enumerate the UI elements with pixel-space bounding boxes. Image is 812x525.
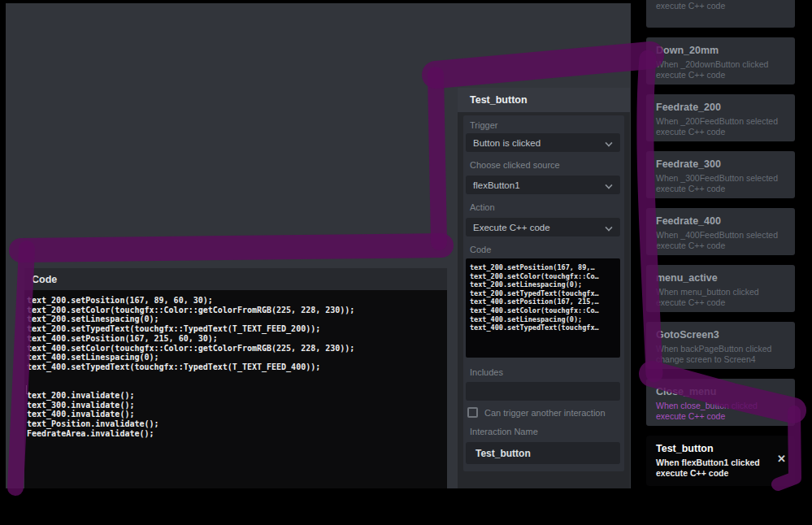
interaction-card-testbutton[interactable]: Test_button When flexButton1 clicked exe… — [646, 436, 795, 486]
dialog-title: Test_button — [458, 94, 528, 106]
interaction-card-up20mm[interactable]: When _20upButton clicked execute C++ cod… — [646, 0, 795, 28]
interactions-sidebar: When _20upButton clicked execute C++ cod… — [646, 0, 795, 525]
trigger-another-label: Can trigger another interaction — [484, 408, 606, 418]
interaction-name-input[interactable]: Test_button — [466, 442, 620, 464]
trigger-another-row: Can trigger another interaction — [467, 406, 620, 419]
card-title: menu_active — [656, 272, 785, 284]
interaction-card-feedrate400[interactable]: Feedrate_400 When _400FeedButton selecte… — [646, 208, 795, 255]
interaction-card-menuactive[interactable]: menu_active When menu_button clicked exe… — [646, 265, 795, 312]
text-caret — [26, 385, 27, 394]
dialog-titlebar: Test_button — [458, 88, 630, 112]
chevron-down-icon — [606, 140, 611, 145]
card-trigger-line: When _200FeedButton selected — [656, 116, 785, 127]
card-title: Test_button — [656, 443, 785, 455]
card-trigger-line: When _400FeedButton selected — [656, 230, 785, 241]
interaction-card-closemenu[interactable]: Close_menu When close_button clicked exe… — [646, 379, 795, 426]
code-label: Code — [470, 245, 620, 254]
interaction-editor-dialog: Test_button Trigger Button is clicked Ch… — [458, 88, 630, 488]
code-editor-body[interactable]: text_200.setPosition(167, 89, 60, 30); t… — [24, 290, 447, 488]
chevron-down-icon — [606, 182, 611, 188]
includes-input[interactable] — [466, 382, 620, 401]
interaction-card-down20mm[interactable]: Down_20mm When _20downButton clicked exe… — [646, 37, 795, 85]
code-editor-panel: Code text_200.setPosition(167, 89, 60, 3… — [24, 268, 447, 488]
card-action-line: execute C++ code — [656, 70, 785, 80]
trigger-value: Button is clicked — [466, 138, 541, 148]
card-trigger-line: When _20downButton clicked — [656, 59, 785, 70]
card-title: Close_menu — [656, 386, 785, 398]
card-action-line: execute C++ code — [656, 184, 785, 194]
dialog-form: Trigger Button is clicked Choose clicked… — [463, 115, 624, 471]
card-action-line: execute C++ code — [656, 127, 785, 137]
interaction-name-label: Interaction Name — [470, 427, 620, 436]
card-title: Feedrate_400 — [656, 215, 785, 228]
card-trigger-line: When backPageButton clicked — [656, 344, 785, 354]
interaction-card-feedrate300[interactable]: Feedrate_300 When _300FeedButton selecte… — [646, 151, 795, 198]
card-action-line: execute C++ code — [656, 297, 785, 308]
interaction-card-feedrate200[interactable]: Feedrate_200 When _200FeedButton selecte… — [646, 94, 795, 141]
chevron-down-icon — [606, 224, 611, 230]
card-action-line: execute C++ code — [656, 241, 785, 251]
code-panel-header: Code — [24, 268, 447, 290]
card-title: Feedrate_300 — [656, 158, 785, 171]
interaction-card-gotoscreen3[interactable]: GotoScreen3 When backPageButton clicked … — [646, 322, 795, 369]
trigger-label: Trigger — [470, 120, 620, 130]
card-action-line: execute C++ code — [656, 411, 785, 422]
code-textarea[interactable]: text_200.setPosition(167, 89,… text_200.… — [466, 258, 620, 358]
action-dropdown[interactable]: Execute C++ code — [466, 218, 620, 236]
card-trigger-line: When _300FeedButton selected — [656, 173, 785, 184]
trigger-dropdown[interactable]: Button is clicked — [466, 133, 620, 152]
card-trigger-line: When menu_button clicked — [656, 287, 785, 297]
source-dropdown[interactable]: flexButton1 — [466, 176, 620, 194]
card-trigger-line: When flexButton1 clicked — [656, 458, 785, 468]
card-action-line: execute C++ code — [656, 468, 785, 479]
trigger-another-checkbox[interactable] — [467, 407, 478, 418]
close-icon[interactable]: ✕ — [777, 453, 786, 464]
code-editor-text[interactable]: text_200.setPosition(167, 89, 60, 30); t… — [24, 290, 447, 439]
card-title: GotoScreen3 — [656, 329, 785, 341]
card-title: Down_20mm — [656, 45, 785, 57]
action-value: Execute C++ code — [466, 223, 550, 232]
includes-label: Includes — [470, 367, 620, 377]
card-title: Feedrate_200 — [656, 102, 785, 114]
interaction-name-value: Test_button — [466, 448, 531, 459]
card-action-line: change screen to Screen4 — [656, 354, 785, 365]
card-action-line: execute C++ code — [656, 1, 785, 11]
source-label: Choose clicked source — [470, 160, 620, 170]
source-value: flexButton1 — [466, 180, 520, 190]
code-panel-title: Code — [24, 274, 57, 285]
action-label: Action — [470, 202, 620, 212]
card-trigger-line: When close_button clicked — [656, 401, 785, 411]
dialog-code-text: text_200.setPosition(167, 89,… text_200.… — [466, 258, 620, 332]
